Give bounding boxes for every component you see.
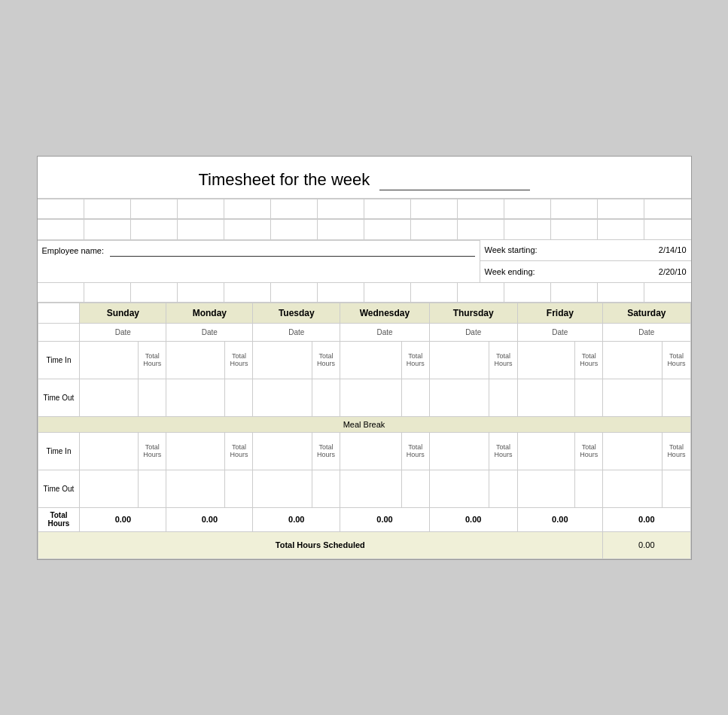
- sunday-total: 0.00: [80, 507, 166, 531]
- thursday-date[interactable]: Date: [429, 323, 517, 341]
- friday-empty-2: [575, 470, 603, 507]
- tuesday-total-hours-1: TotalHours: [312, 341, 340, 379]
- monday-time-in-1[interactable]: [166, 341, 225, 379]
- sunday-total-hours-1: TotalHours: [139, 341, 166, 379]
- week-ending-line: Week ending: 2/20/10: [480, 261, 691, 282]
- week-ending-label: Week ending:: [485, 267, 659, 276]
- wednesday-empty-1: [401, 379, 429, 416]
- blank-cell: [38, 283, 84, 303]
- friday-time-in-2[interactable]: [517, 432, 575, 470]
- sunday-empty-1: [139, 379, 166, 416]
- tuesday-total-hours-2: TotalHours: [312, 432, 340, 470]
- timesheet-table: Sunday Monday Tuesday Wednesday Thursday…: [38, 303, 691, 559]
- monday-empty-1: [225, 379, 253, 416]
- saturday-total-hours-1: TotalHours: [663, 341, 690, 379]
- sunday-empty-2: [139, 470, 166, 507]
- sunday-time-in-1[interactable]: [80, 341, 139, 379]
- blank-cell: [458, 283, 504, 303]
- saturday-time-out-1[interactable]: [603, 379, 663, 416]
- thursday-time-out-1[interactable]: [429, 379, 489, 416]
- scheduled-row: Total Hours Scheduled 0.00: [38, 531, 690, 558]
- sunday-time-out-2[interactable]: [80, 470, 139, 507]
- top-blank-grid-row2: [38, 219, 691, 239]
- friday-total-hours-2: TotalHours: [575, 432, 603, 470]
- blank-cell: [411, 283, 458, 303]
- blank-cell: [644, 220, 691, 239]
- blank-cell: [178, 283, 224, 303]
- wednesday-time-out-1[interactable]: [340, 379, 401, 416]
- blank-cell: [504, 220, 551, 239]
- thursday-empty-2: [489, 470, 517, 507]
- friday-time-out-1[interactable]: [517, 379, 575, 416]
- meal-break-row: Meal Break: [38, 416, 690, 432]
- blank-cell: [551, 283, 598, 303]
- tuesday-time-out-2[interactable]: [253, 470, 312, 507]
- employee-week-row: Employee name: Week starting: 2/14/10 We…: [38, 240, 691, 283]
- sunday-time-out-1[interactable]: [80, 379, 139, 416]
- time-in-label-2: Time In: [38, 432, 80, 470]
- tuesday-time-in-2[interactable]: [253, 432, 312, 470]
- blank-cell: [551, 199, 598, 219]
- total-hours-row-label: Total Hours: [38, 507, 80, 531]
- tuesday-header: Tuesday: [253, 303, 340, 323]
- blank-cell: [458, 199, 504, 219]
- scheduled-value: 0.00: [603, 531, 690, 558]
- thursday-time-out-2[interactable]: [429, 470, 489, 507]
- friday-date[interactable]: Date: [517, 323, 603, 341]
- title-row: Timesheet for the week: [38, 157, 691, 199]
- saturday-time-in-1[interactable]: [603, 341, 663, 379]
- monday-total: 0.00: [166, 507, 253, 531]
- blank-cell: [504, 199, 551, 219]
- tuesday-empty-2: [312, 470, 340, 507]
- week-starting-value: 2/14/10: [659, 245, 687, 254]
- week-section: Week starting: 2/14/10 Week ending: 2/20…: [480, 240, 691, 282]
- thursday-time-in-1[interactable]: [429, 341, 489, 379]
- blank-cell: [38, 220, 84, 239]
- wednesday-header: Wednesday: [340, 303, 430, 323]
- wednesday-date[interactable]: Date: [340, 323, 430, 341]
- wednesday-total: 0.00: [340, 507, 430, 531]
- employee-name-input[interactable]: [110, 245, 474, 257]
- blank-cell: [318, 199, 364, 219]
- sunday-total-hours-2: TotalHours: [139, 432, 166, 470]
- saturday-date[interactable]: Date: [603, 323, 690, 341]
- friday-time-out-2[interactable]: [517, 470, 575, 507]
- week-ending-value: 2/20/10: [659, 267, 687, 276]
- employee-section: Employee name:: [38, 240, 480, 282]
- blank-cell: [598, 199, 644, 219]
- blank-cell: [458, 220, 504, 239]
- thursday-time-in-2[interactable]: [429, 432, 489, 470]
- tuesday-time-out-1[interactable]: [253, 379, 312, 416]
- friday-total: 0.00: [517, 507, 603, 531]
- monday-date[interactable]: Date: [166, 323, 253, 341]
- monday-time-in-2[interactable]: [166, 432, 225, 470]
- time-out-row-1: Time Out: [38, 379, 690, 416]
- title-underline[interactable]: [379, 170, 530, 190]
- blank-cell: [644, 283, 691, 303]
- wednesday-time-in-2[interactable]: [340, 432, 401, 470]
- blank-cell: [318, 283, 364, 303]
- tuesday-time-in-1[interactable]: [253, 341, 312, 379]
- sunday-time-in-2[interactable]: [80, 432, 139, 470]
- wednesday-time-out-2[interactable]: [340, 470, 401, 507]
- friday-header: Friday: [517, 303, 603, 323]
- saturday-time-in-2[interactable]: [603, 432, 663, 470]
- sunday-header: Sunday: [80, 303, 166, 323]
- tuesday-date[interactable]: Date: [253, 323, 340, 341]
- blank-cell: [271, 220, 318, 239]
- monday-time-out-1[interactable]: [166, 379, 225, 416]
- wednesday-time-in-1[interactable]: [340, 341, 401, 379]
- friday-total-hours-1: TotalHours: [575, 341, 603, 379]
- thursday-empty-1: [489, 379, 517, 416]
- saturday-time-out-2[interactable]: [603, 470, 663, 507]
- employee-label: Employee name:: [42, 246, 105, 255]
- tuesday-total: 0.00: [253, 507, 340, 531]
- time-in-row-2: Time In TotalHours TotalHours TotalHours…: [38, 432, 690, 470]
- sunday-date[interactable]: Date: [80, 323, 166, 341]
- blank-cell: [644, 199, 691, 219]
- blank-cell: [178, 220, 224, 239]
- blank-cell: [38, 199, 84, 219]
- friday-time-in-1[interactable]: [517, 341, 575, 379]
- monday-time-out-2[interactable]: [166, 470, 225, 507]
- empty-header: [38, 303, 80, 323]
